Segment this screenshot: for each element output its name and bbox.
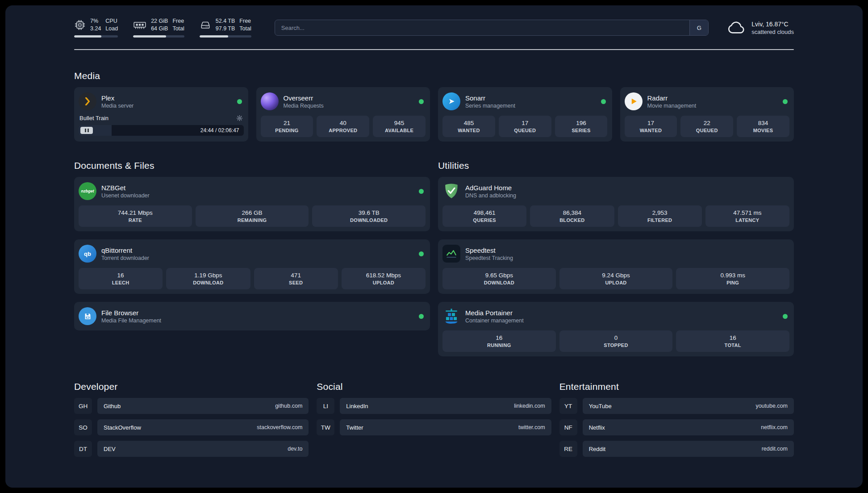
bookmark-link-twitter[interactable]: Twitter twitter.com [340, 419, 551, 435]
stat-tile: 0.993 ms PING [676, 268, 789, 289]
stat-value: 21 [284, 120, 290, 126]
stat-tile: 16 TOTAL [676, 330, 789, 352]
stat-label: WANTED [458, 128, 480, 133]
search-engine-button[interactable]: G [689, 20, 708, 35]
stat-value: 1.19 Gbps [194, 272, 222, 279]
stat-tile: 86,384 BLOCKED [530, 205, 614, 227]
weather-condition: scattered clouds [751, 29, 794, 35]
service-card-adguard[interactable]: AdGuard Home DNS and adblocking 498,461 … [438, 177, 794, 231]
bookmark-row: LI LinkedIn linkedin.com [317, 398, 551, 414]
service-card-nzbget[interactable]: nzbget NZBGet Usenet downloader 744. [74, 177, 430, 231]
bookmark-row: RE Reddit reddit.com [559, 441, 794, 457]
stat-value: 266 GB [242, 209, 263, 216]
bookmark-abbr: RE [559, 441, 577, 457]
nzbget-icon: nzbget [79, 182, 96, 200]
bookmark-name: Github [104, 403, 121, 409]
stat-tile: 17 QUEUED [499, 116, 551, 137]
bookmark-abbr: LI [317, 398, 334, 414]
bookmark-link-github[interactable]: Github github.com [97, 398, 309, 414]
stat-label: PENDING [275, 128, 298, 133]
service-card-overseerr[interactable]: Overseerr Media Requests 21 PENDING 40 [256, 87, 430, 142]
stat-tile: 945 AVAILABLE [373, 116, 426, 137]
stat-label: FILTERED [647, 217, 672, 223]
stat-tile: 22 QUEUED [680, 116, 733, 137]
bookmark-name: StackOverflow [104, 424, 141, 431]
playback-time: 24:44 / 02:06:47 [200, 127, 239, 134]
disk-icon [200, 19, 211, 31]
service-subtitle: Usenet downloader [101, 192, 150, 199]
stat-value: 16 [117, 272, 124, 279]
stat-value: 485 [464, 120, 474, 126]
stat-tile: 196 SERIES [555, 116, 608, 137]
stat-value: 196 [576, 120, 586, 126]
bookmark-row: YT YouTube youtube.com [559, 398, 794, 414]
plex-icon [79, 92, 96, 110]
bookmark-name: LinkedIn [346, 403, 368, 409]
service-name: qBittorrent [101, 246, 149, 254]
service-card-sonarr[interactable]: Sonarr Series management 485 WANTED 17 [438, 87, 612, 142]
bookmark-link-reddit[interactable]: Reddit reddit.com [583, 441, 794, 457]
stat-value: 618.52 Mbps [366, 272, 401, 279]
stat-value: 0 [614, 334, 618, 341]
bookmark-abbr: DT [74, 441, 92, 457]
service-card-qbittorrent[interactable]: qb qBittorrent Torrent downloader 16 [74, 239, 430, 294]
stat-label: RATE [129, 217, 142, 223]
cloud-icon [727, 21, 746, 35]
stat-label: AVAILABLE [385, 128, 413, 133]
bookmark-link-linkedin[interactable]: LinkedIn linkedin.com [340, 398, 551, 414]
bookmark-link-netflix[interactable]: Netflix netflix.com [583, 419, 794, 435]
stat-label: MOVIES [753, 128, 773, 133]
service-subtitle: Media Requests [284, 103, 324, 109]
stat-value: 9.65 Gbps [485, 272, 513, 279]
bookmark-abbr: NF [559, 419, 577, 435]
bookmark-link-stackoverflow[interactable]: StackOverflow stackoverflow.com [97, 419, 309, 435]
stat-tile: 9.65 Gbps DOWNLOAD [442, 268, 556, 289]
stat-value: 498,461 [474, 209, 496, 216]
status-dot [419, 251, 424, 256]
stat-label: WANTED [640, 128, 662, 133]
bookmark-name: Twitter [346, 424, 363, 431]
service-subtitle: Series management [465, 103, 515, 109]
service-card-filebrowser[interactable]: File Browser Media File Management [74, 302, 430, 330]
stat-label: DOWNLOADED [350, 217, 388, 223]
cpu-monitor: 7% 3.24 CPU Load [74, 18, 118, 38]
stat-value: 945 [394, 120, 405, 126]
bookmark-name: YouTube [589, 403, 612, 409]
ram-total-value: 64 GiB [151, 25, 168, 32]
status-dot [237, 99, 242, 104]
service-card-portainer[interactable]: Media Portainer Container management 16 … [438, 302, 794, 356]
stat-label: UPLOAD [605, 280, 626, 285]
service-card-speedtest[interactable]: Speedtest Speedtest Tracking 9.65 Gbps D… [438, 239, 794, 294]
search-input[interactable] [275, 20, 690, 35]
search-bar: G [275, 20, 709, 36]
ram-monitor: 22 GiB 64 GiB Free Total [133, 18, 184, 38]
stat-tile: 21 PENDING [261, 116, 313, 137]
bookmark-link-youtube[interactable]: YouTube youtube.com [583, 398, 794, 414]
service-card-plex[interactable]: Plex Media server Bullet Train [74, 87, 248, 142]
cpu-usage-value: 7% [90, 18, 101, 25]
section-title-social: Social [317, 381, 551, 392]
stat-tile: 17 WANTED [625, 116, 677, 137]
bookmark-url: dev.to [288, 446, 302, 452]
stat-label: RUNNING [487, 343, 511, 348]
service-card-radarr[interactable]: Radarr Movie management 17 WANTED 22 [620, 87, 794, 142]
service-name: Sonarr [465, 94, 515, 102]
media-player-bar[interactable]: 24:44 / 02:06:47 [79, 125, 244, 136]
portainer-icon [442, 307, 460, 325]
bookmark-row: NF Netflix netflix.com [559, 419, 794, 435]
stat-label: LEECH [112, 280, 129, 285]
stat-label: TOTAL [725, 343, 741, 348]
bookmark-link-dev[interactable]: DEV dev.to [97, 441, 309, 457]
status-dot [783, 314, 788, 319]
bookmark-row: DT DEV dev.to [74, 441, 309, 457]
bookmark-group-developer: Developer GH Github github.com SO StackO… [74, 381, 309, 457]
stat-tile: 834 MOVIES [737, 116, 789, 137]
ram-total-label: Total [172, 25, 184, 32]
filebrowser-icon [79, 307, 96, 325]
gear-icon[interactable] [236, 115, 243, 121]
pause-button[interactable] [80, 127, 93, 134]
topbar-divider [74, 49, 794, 50]
stat-tile: 744.21 Mbps RATE [79, 205, 192, 227]
stat-tile: 0 STOPPED [559, 330, 673, 352]
status-dot [419, 314, 424, 319]
